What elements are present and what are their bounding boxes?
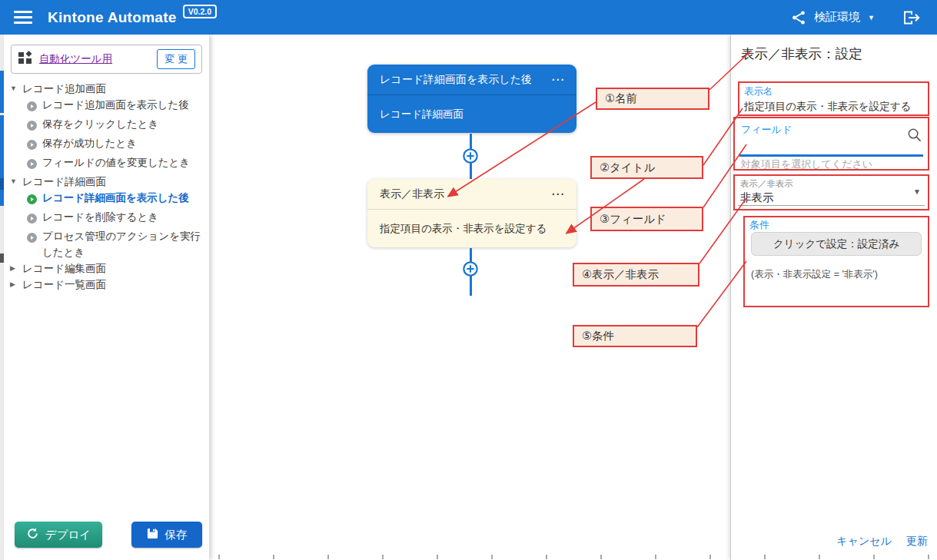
tree-node-label: レコード詳細画面 xyxy=(22,174,209,190)
hamburger-icon[interactable] xyxy=(14,11,32,24)
plus-circle-icon[interactable] xyxy=(462,260,479,277)
node-menu-icon[interactable]: ⋯ xyxy=(551,191,564,198)
trigger-node-title: レコード詳細画面を表示した後 xyxy=(380,73,532,87)
kintone-automate-app: Kintone Automate V0.2.0 検証環境 ▼ 自動化ツール用 xyxy=(0,0,937,560)
visibility-label: 表示／非表示 xyxy=(735,176,928,190)
logout-icon[interactable] xyxy=(902,10,920,25)
tree-node-label: レコード一覧画面 xyxy=(22,277,209,293)
action-node-title: 表示／非表示 xyxy=(380,187,444,201)
floppy-icon xyxy=(147,528,158,542)
play-circle-icon xyxy=(27,138,37,154)
save-button-label: 保存 xyxy=(165,528,188,542)
plus-circle-icon[interactable] xyxy=(462,147,479,164)
chevron-down-icon: ▼ xyxy=(868,14,875,22)
visibility-value[interactable]: 非表示 xyxy=(735,190,928,205)
tree-event-item[interactable]: 保存が成功したとき xyxy=(4,135,209,154)
tree-event-label: レコード追加画面を表示した後 xyxy=(42,97,204,113)
play-circle-icon xyxy=(27,100,37,116)
chevron-expanded-icon[interactable]: ▼ xyxy=(10,81,19,97)
flow-node-trigger[interactable]: レコード詳細画面を表示した後 ⋯ レコード詳細画面 xyxy=(367,65,576,133)
app-title: Kintone Automate xyxy=(48,9,177,26)
tree-event-label: プロセス管理のアクションを実行したとき xyxy=(42,228,204,260)
annotation-label: ①名前 xyxy=(605,91,637,106)
environment-selector[interactable]: 検証環境 xyxy=(814,10,860,25)
field-select-placeholder: 対象項目を選択してください xyxy=(741,157,872,171)
tree-node-record-list-screen[interactable]: ▶ レコード一覧画面 xyxy=(4,277,209,293)
tree-event-item-selected[interactable]: レコード詳細画面を表示した後 xyxy=(4,190,209,209)
play-circle-icon-active xyxy=(27,193,37,209)
tree-node-record-edit-screen[interactable]: ▶ レコード編集画面 xyxy=(4,260,209,277)
annotation-label: ④表示／非表示 xyxy=(582,267,659,282)
field-select-label: フィールド xyxy=(735,118,928,137)
condition-set-button[interactable]: クリックで設定：設定済み xyxy=(751,232,922,256)
app-selector-box: 自動化ツール用 変 更 xyxy=(11,45,202,74)
cancel-link[interactable]: キャンセル xyxy=(836,535,892,548)
flow-node-action[interactable]: 表示／非表示 ⋯ 指定項目の表示・非表示を設定する xyxy=(367,179,576,247)
display-name-value[interactable]: 指定項目の表示・非表示を設定する xyxy=(744,100,923,114)
deploy-button[interactable]: デプロイ xyxy=(15,522,102,548)
tree-event-label: 保存が成功したとき xyxy=(42,135,204,151)
condition-label: 条件 xyxy=(745,217,928,232)
condition-summary: (表示・非表示設定 = '非表示') xyxy=(751,268,878,281)
tree-event-item[interactable]: フィールドの値を変更したとき xyxy=(4,154,209,174)
select-underline xyxy=(738,205,925,206)
app-blocks-icon xyxy=(18,50,33,68)
change-app-button[interactable]: 変 更 xyxy=(157,49,195,69)
node-menu-icon[interactable]: ⋯ xyxy=(551,76,564,84)
annotation-label: ②タイトル xyxy=(600,161,655,175)
chevron-collapsed-icon[interactable]: ▶ xyxy=(10,260,19,277)
event-tree: ▼ レコード追加画面 レコード追加画面を表示した後 保存をクリックしたとき 保存… xyxy=(4,81,209,293)
field-select-field[interactable]: フィールド 対象項目を選択してください xyxy=(733,117,929,171)
tree-event-item[interactable]: レコードを削除するとき xyxy=(4,209,209,228)
tree-event-label: フィールドの値を変更したとき xyxy=(42,154,204,171)
version-badge: V0.2.0 xyxy=(183,5,217,18)
tree-node-record-detail-screen[interactable]: ▼ レコード詳細画面 xyxy=(4,174,209,190)
deploy-button-label: デプロイ xyxy=(45,528,91,542)
sync-icon xyxy=(26,527,39,542)
share-icon[interactable] xyxy=(791,10,806,25)
chevron-collapsed-icon[interactable]: ▶ xyxy=(10,277,19,293)
play-circle-icon xyxy=(27,212,37,228)
update-link[interactable]: 更新 xyxy=(906,535,928,548)
field-search-input[interactable] xyxy=(739,154,923,157)
app-header: Kintone Automate V0.2.0 検証環境 ▼ xyxy=(0,0,937,35)
visibility-select[interactable]: 表示／非表示 非表示 ▼ xyxy=(733,174,929,210)
magnifier-icon[interactable] xyxy=(906,127,922,146)
annotation-box-name: ①名前 xyxy=(596,88,709,110)
save-button[interactable]: 保存 xyxy=(131,522,202,548)
chevron-expanded-icon[interactable]: ▼ xyxy=(10,174,19,190)
chevron-down-icon: ▼ xyxy=(913,187,921,196)
condition-section: 条件 クリックで設定：設定済み (表示・非表示設定 = '非表示') xyxy=(743,216,929,307)
tree-node-label: レコード編集画面 xyxy=(22,260,209,277)
tree-event-item[interactable]: 保存をクリックしたとき xyxy=(4,116,209,135)
annotation-box-field: ③フィールド xyxy=(590,207,703,231)
display-name-field[interactable]: 表示名 指定項目の表示・非表示を設定する xyxy=(738,81,929,116)
action-node-subtitle: 指定項目の表示・非表示を設定する xyxy=(380,222,547,236)
play-circle-icon xyxy=(27,119,37,135)
tree-event-label: レコードを削除するとき xyxy=(42,209,204,225)
tree-event-item[interactable]: レコード追加画面を表示した後 xyxy=(4,97,209,116)
app-name-link[interactable]: 自動化ツール用 xyxy=(39,52,112,66)
settings-panel: 表示／非表示：設定 表示名 指定項目の表示・非表示を設定する フィールド 対象項… xyxy=(730,35,937,560)
display-name-label: 表示名 xyxy=(744,85,923,98)
tree-node-label: レコード追加画面 xyxy=(22,81,209,97)
tree-node-record-add-screen[interactable]: ▼ レコード追加画面 xyxy=(4,81,209,97)
trigger-node-subtitle: レコード詳細画面 xyxy=(380,108,464,121)
tree-event-label: レコード詳細画面を表示した後 xyxy=(42,190,204,206)
settings-panel-title: 表示／非表示：設定 xyxy=(741,45,862,63)
sidebar: 自動化ツール用 変 更 ▼ レコード追加画面 レコード追加画面を表示した後 保存… xyxy=(4,35,209,560)
annotation-box-visibility: ④表示／非表示 xyxy=(573,263,699,287)
tree-event-label: 保存をクリックしたとき xyxy=(42,116,204,132)
annotation-box-condition: ⑤条件 xyxy=(573,325,697,347)
annotation-label: ⑤条件 xyxy=(582,329,614,343)
play-circle-icon xyxy=(27,157,37,174)
annotation-box-title: ②タイトル xyxy=(590,156,703,179)
tree-event-item[interactable]: プロセス管理のアクションを実行したとき xyxy=(4,228,209,260)
play-circle-icon xyxy=(27,231,37,247)
annotation-label: ③フィールド xyxy=(600,212,666,227)
